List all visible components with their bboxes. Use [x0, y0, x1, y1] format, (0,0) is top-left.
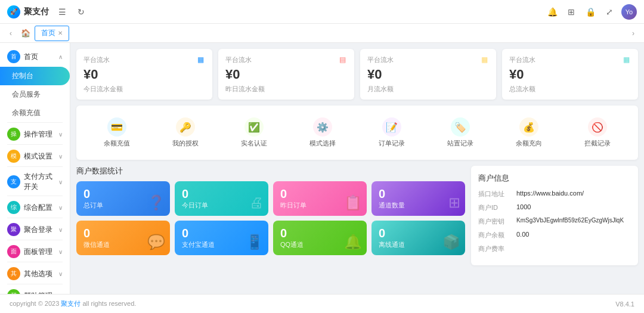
yesterday-orders-icon: 📋	[344, 194, 362, 211]
sidebar-arrow-ops: ∨	[58, 131, 63, 138]
stat-card-today: 平台流水 ▦ ¥0 今日流水金额	[76, 49, 212, 100]
stats-card-channels: 0 通道数量 ⊞	[371, 181, 465, 216]
sidebar-arrow-other: ∨	[58, 271, 63, 277]
sidebar-dot-model: 模	[7, 150, 20, 163]
tab-dashboard[interactable]: 首页 ✕	[35, 26, 69, 41]
quick-action-block[interactable]: 🚫 拦截记录	[565, 113, 631, 153]
sidebar-dot-poly: 聚	[7, 223, 20, 236]
wechat-icon: 💬	[147, 234, 165, 250]
quick-action-mode[interactable]: ⚙️ 模式选择	[290, 113, 356, 153]
sidebar-group-agg[interactable]: 综 综合配置 ∨	[0, 196, 70, 218]
stat-card-today-icon: ▦	[196, 55, 205, 64]
quick-actions: 💳 余额充值 🔑 我的授权 ✅ 实名认证 ⚙️ 模式选择 📝 订单记录	[76, 106, 638, 160]
sidebar-item-member[interactable]: 会员服务	[0, 85, 70, 104]
grid-icon[interactable]: ⊞	[564, 5, 578, 19]
verify-icon: ✅	[244, 117, 264, 137]
menu-icon[interactable]: ☰	[55, 5, 69, 19]
mode-icon: ⚙️	[313, 117, 332, 137]
logo: 🚀 聚支付	[7, 5, 49, 18]
orders-icon: 📝	[382, 117, 401, 137]
today-orders-icon: 🖨	[249, 194, 264, 211]
stat-card-yesterday: 平台流水 ▤ ¥0 昨日流水金额	[218, 49, 354, 100]
stats-card-offline: 0 离线通道 📦	[371, 221, 465, 255]
sidebar-dot-face: 面	[7, 245, 20, 258]
stat-card-total-icon: ▦	[621, 55, 631, 64]
sidebar-dot-ops: 操	[7, 128, 20, 141]
quick-action-balance[interactable]: 💰 余额充向	[496, 113, 562, 153]
tab-close-icon[interactable]: ✕	[58, 30, 63, 36]
footer-copyright: copyright © 2023 聚支付 all rights reserved…	[10, 299, 136, 308]
stat-cards: 平台流水 ▦ ¥0 今日流水金额 平台流水 ▤ ¥0 昨日流水金额 平台流水 ▦	[76, 49, 638, 100]
sidebar-group-home-label: 首页	[24, 52, 38, 62]
stats-card-today-orders: 0 今日订单 🖨	[175, 181, 268, 216]
alipay-icon: 📱	[246, 234, 264, 250]
merchant-stats: 商户数据统计 0 总订单 ❓ 0 今日订单 🖨 0 昨日订单	[76, 166, 465, 265]
sidebar-group-agg-label: 综合配置	[24, 203, 52, 213]
stat-card-yesterday-icon: ▤	[338, 55, 347, 64]
avatar[interactable]: Yo	[621, 4, 637, 20]
refresh-icon[interactable]: ↻	[74, 5, 88, 19]
quick-action-auth[interactable]: 🔑 我的授权	[152, 113, 218, 153]
sidebar-item-recharge[interactable]: 余额充值	[0, 104, 70, 122]
footer-link[interactable]: 聚支付	[61, 300, 80, 307]
expand-icon[interactable]: ⤢	[602, 5, 617, 19]
stats-grid: 0 总订单 ❓ 0 今日订单 🖨 0 昨日订单 📋	[76, 181, 465, 255]
stats-card-qq: 0 QQ通道 🔔	[273, 221, 367, 255]
bottom-section: 商户数据统计 0 总订单 ❓ 0 今日订单 🖨 0 昨日订单	[76, 166, 638, 265]
footer: copyright © 2023 聚支付 all rights reserved…	[0, 294, 644, 313]
sidebar-arrow-poly: ∨	[58, 227, 63, 233]
sidebar-group-ops[interactable]: 操 操作管理 ∨	[0, 123, 70, 144]
tab-home-icon[interactable]: 🏠	[19, 27, 32, 40]
info-row-key: 商户密钥 KmSg3VbJEgwlnfB59z62EyGzgWjsJlqK	[478, 217, 631, 226]
info-row-url: 插口地址 https://www.baidu.com/	[478, 190, 631, 199]
stats-card-wechat: 0 微信通道 💬	[76, 221, 170, 255]
sidebar-group-poly-label: 聚合登录	[24, 225, 52, 235]
tab-prev-arrow[interactable]: ‹	[5, 27, 17, 39]
footer-version: V8.4.1	[615, 300, 634, 308]
sidebar-group-face[interactable]: 面 面板管理 ∨	[0, 240, 70, 262]
sidebar-dot-help: 帮	[7, 289, 20, 294]
channels-icon: ⊞	[448, 194, 460, 211]
sidebar-arrow-model: ∨	[58, 153, 63, 160]
quick-action-station[interactable]: 🏷️ 站置记录	[427, 113, 493, 153]
quick-action-recharge[interactable]: 💳 余额充值	[83, 113, 150, 153]
logo-icon: 🚀	[7, 5, 20, 18]
stats-card-alipay: 0 支付宝通道 📱	[175, 221, 268, 255]
sidebar-dot-agg: 综	[7, 201, 20, 214]
lock-icon[interactable]: 🔒	[583, 5, 597, 19]
info-row-balance: 商户余额 0.00	[478, 231, 631, 240]
sidebar-arrow-home: ∧	[58, 54, 63, 60]
stats-card-total-orders: 0 总订单 ❓	[76, 181, 170, 216]
sidebar-dot-payment: 支	[7, 175, 20, 188]
quick-actions-grid: 💳 余额充值 🔑 我的授权 ✅ 实名认证 ⚙️ 模式选择 📝 订单记录	[83, 113, 631, 153]
sidebar-group-payment[interactable]: 支 支付方式开关 ∨	[0, 167, 70, 196]
sidebar-group-other[interactable]: 其 其他选项 ∨	[0, 262, 70, 284]
sidebar-group-help[interactable]: 帮 帮助管理 ∨	[0, 284, 70, 294]
stat-card-month-icon: ▦	[479, 55, 489, 64]
sidebar-group-model-label: 模式设置	[24, 151, 52, 162]
block-icon: 🚫	[588, 117, 607, 137]
stats-card-yesterday-orders: 0 昨日订单 📋	[273, 181, 367, 216]
stat-card-total: 平台流水 ▦ ¥0 总流水额	[502, 49, 638, 100]
sidebar-arrow-payment: ∨	[58, 179, 63, 185]
stat-card-month: 平台流水 ▦ ¥0 月流水额	[360, 49, 496, 100]
sidebar-item-dashboard[interactable]: 控制台	[0, 67, 70, 85]
sidebar-group-poly[interactable]: 聚 聚合登录 ∨	[0, 218, 70, 240]
bell-icon[interactable]: 🔔	[545, 5, 559, 19]
sidebar-arrow-face: ∨	[58, 249, 63, 255]
topbar: 🚀 聚支付 ☰ ↻ 🔔 ⊞ 🔒 ⤢ Yo ‹ 🏠 首页 ✕ ›	[0, 0, 644, 43]
sidebar-group-model[interactable]: 模 模式设置 ∨	[0, 145, 70, 166]
sidebar-group-ops-label: 操作管理	[24, 129, 52, 140]
balance-icon: 💰	[519, 117, 538, 137]
offline-icon: 📦	[442, 234, 460, 250]
sidebar-group-home-header[interactable]: 首 首页 ∧	[0, 45, 70, 67]
sidebar-arrow-agg: ∨	[58, 204, 63, 211]
tab-next-arrow[interactable]: ›	[627, 27, 639, 39]
qq-icon: 🔔	[344, 234, 362, 250]
sidebar-group-payment-label: 支付方式开关	[24, 172, 58, 192]
quick-action-orders[interactable]: 📝 订单记录	[358, 113, 425, 153]
quick-action-verify[interactable]: ✅ 实名认证	[221, 113, 287, 153]
sidebar-group-home: 首 首页 ∧ 控制台 会员服务 余额充值	[0, 45, 70, 122]
sidebar-group-face-label: 面板管理	[24, 247, 52, 257]
logo-text: 聚支付	[24, 7, 49, 17]
